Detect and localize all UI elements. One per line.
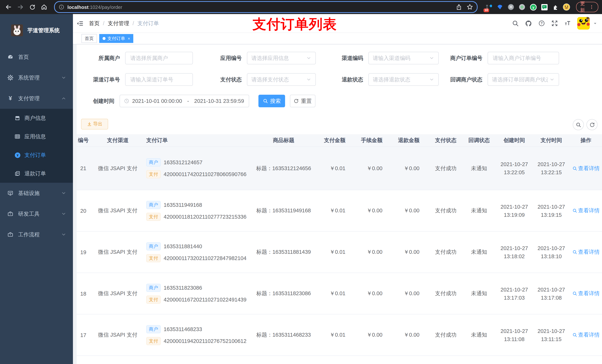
app-select[interactable]: 请选择应用信息 <box>247 52 316 64</box>
site-info-icon[interactable] <box>58 4 64 10</box>
table-body: 21 微信 JSAPI 支付 商户1635312124657 支付4200001… <box>77 147 602 364</box>
pay-status: 支付成功 <box>429 290 462 297</box>
github-icon[interactable] <box>525 20 532 27</box>
view-detail-link[interactable]: 查看详情 <box>572 332 600 338</box>
pay-status-select[interactable]: 请选择支付状态 <box>247 73 316 86</box>
bookmark-star-icon[interactable] <box>466 4 473 10</box>
sidebar-item-infrastructure[interactable]: 基础设施 <box>0 183 73 203</box>
export-button[interactable]: 导出 <box>81 119 108 129</box>
pay-tag: 支付 <box>146 170 161 178</box>
date-start: 2021-10-01 00:00:00 <box>132 98 182 104</box>
view-detail-link[interactable]: 查看详情 <box>572 290 600 297</box>
view-detail-link[interactable]: 查看详情 <box>572 207 600 214</box>
tag-pay-order[interactable]: 支付订单 × <box>99 34 133 43</box>
sidebar: 芋道管理系统 首页 系统管理 ¥ 支付管理 商户信息 <box>0 14 73 364</box>
refresh-table-button[interactable] <box>586 119 598 130</box>
view-detail-link[interactable]: 查看详情 <box>572 249 600 256</box>
toggle-search-button[interactable] <box>573 119 584 130</box>
sidebar-item-payment[interactable]: ¥ 支付管理 <box>0 88 73 109</box>
svg-text:⌘: ⌘ <box>509 5 513 9</box>
extension-circle-icon[interactable] <box>518 3 526 11</box>
search-button[interactable]: 搜索 <box>258 95 285 107</box>
browser-reload-icon[interactable] <box>27 2 37 12</box>
sidebar-item-merchant-info[interactable]: 商户信息 <box>0 109 73 127</box>
chevron-down-icon <box>306 77 311 82</box>
merchant-tag: 商户 <box>146 325 161 333</box>
pay-tag: 支付 <box>146 337 161 345</box>
extension-vue-icon[interactable]: y <box>529 3 537 11</box>
sidebar-collapse-icon[interactable] <box>77 20 84 27</box>
table-row[interactable]: 19 微信 JSAPI 支付 商户1635311881440 支付4200001… <box>77 232 602 273</box>
pay-tag: 支付 <box>146 254 161 262</box>
browser-update-button[interactable]: 更新 <box>576 2 598 12</box>
url-bar[interactable]: localhost:1024/pay/order <box>54 1 478 13</box>
sidebar-item-refund-order[interactable]: 退款订单 <box>0 164 73 183</box>
pay-status: 支付成功 <box>429 332 462 338</box>
yen-circle-icon: ¥ <box>14 152 21 158</box>
chevron-down-icon <box>429 55 434 61</box>
sidebar-item-system[interactable]: 系统管理 <box>0 67 73 88</box>
store-icon <box>14 115 21 121</box>
profile-smiley-avatar[interactable] <box>563 3 570 11</box>
tag-home[interactable]: 首页 <box>81 34 97 43</box>
channel-order-no-input[interactable] <box>125 73 193 86</box>
reset-button[interactable]: 重置 <box>290 95 315 107</box>
extension-puzzle-icon[interactable] <box>552 3 559 11</box>
pikachu-avatar <box>577 17 590 30</box>
breadcrumb-payment[interactable]: 支付管理 <box>108 20 129 27</box>
fullscreen-icon[interactable] <box>551 20 558 27</box>
briefcase-icon <box>7 211 14 217</box>
sidebar-item-app-info[interactable]: 应用信息 <box>0 127 73 146</box>
extensions-strip: 10 ⌘ y <box>485 3 570 11</box>
table-row[interactable]: 18 微信 JSAPI 支付 商户1635311823086 支付4200001… <box>77 273 602 314</box>
breadcrumb-home[interactable]: 首页 <box>89 20 100 27</box>
active-dot-icon <box>103 37 106 40</box>
close-icon[interactable]: × <box>128 34 130 42</box>
sidebar-item-pay-order[interactable]: ¥ 支付订单 <box>0 146 73 164</box>
svg-text:y: y <box>532 5 534 9</box>
extension-balloon-icon[interactable] <box>496 3 504 11</box>
merchant-order-no-input[interactable] <box>488 52 559 64</box>
filter-notify-status: 回调商户状态 请选择订单回调商户状态 <box>438 73 559 86</box>
browser-menu-kebab-icon[interactable] <box>589 4 594 10</box>
search-icon[interactable] <box>512 20 519 27</box>
browser-toolbar: localhost:1024/pay/order 10 ⌘ y 更新 <box>0 0 602 14</box>
filter-app: 应用编号 请选择应用信息 <box>193 52 316 64</box>
filter-refund-status: 退款状态 请选择退款状态 <box>320 73 439 86</box>
caret-down-icon <box>593 21 598 26</box>
table-row[interactable]: 20 微信 JSAPI 支付 商户1635311949168 支付4200001… <box>77 190 602 232</box>
chevron-down-icon <box>429 77 434 82</box>
chevron-down-icon <box>61 232 66 237</box>
browser-back-icon[interactable] <box>4 2 13 12</box>
table-row[interactable]: 商户1635311354796 <box>77 356 602 364</box>
view-detail-link[interactable]: 查看详情 <box>572 165 600 172</box>
filter-merchant: 所属商户 <box>77 52 193 64</box>
table-row[interactable]: 21 微信 JSAPI 支付 商户1635312124657 支付4200001… <box>77 147 602 190</box>
notify-status-select[interactable]: 请选择订单回调商户状态 <box>488 73 559 86</box>
sidebar-logo[interactable]: 芋道管理系统 <box>0 14 73 47</box>
table-row[interactable]: 17 微信 JSAPI 支付 商户1635311468233 支付4200001… <box>77 314 602 356</box>
share-icon[interactable] <box>456 4 462 10</box>
browser-home-icon[interactable] <box>39 2 49 12</box>
create-time-range-picker[interactable]: 2021-10-01 00:00:00 - 2021-10-31 23:59:5… <box>119 95 249 107</box>
extension-grid-icon[interactable]: 10 <box>485 3 492 11</box>
merchant-tag: 商户 <box>146 201 161 209</box>
help-icon[interactable] <box>538 20 545 27</box>
channel-code-select[interactable]: 请输入渠道编码 <box>368 52 439 64</box>
sidebar-item-home[interactable]: 首页 <box>0 47 73 67</box>
pay-tag: 支付 <box>146 295 161 303</box>
pay-status: 支付成功 <box>429 249 462 256</box>
refund-status-select[interactable]: 请选择退款状态 <box>368 73 439 86</box>
filter-channel-order-no: 渠道订单号 <box>77 73 193 86</box>
merchant-input[interactable] <box>125 52 193 64</box>
chevron-down-icon <box>549 77 555 82</box>
font-size-icon[interactable] <box>564 20 571 27</box>
extension-command-icon[interactable]: ⌘ <box>507 3 515 11</box>
browser-forward-icon[interactable] <box>16 2 25 12</box>
sidebar-item-dev-tools[interactable]: 研发工具 <box>0 203 73 224</box>
user-menu[interactable] <box>577 17 598 30</box>
sidebar-item-workflow[interactable]: 工作流程 <box>0 224 73 245</box>
extension-chat-icon[interactable] <box>540 3 548 11</box>
update-label: 更新 <box>580 0 586 14</box>
notify-status: 未通知 <box>462 207 496 214</box>
